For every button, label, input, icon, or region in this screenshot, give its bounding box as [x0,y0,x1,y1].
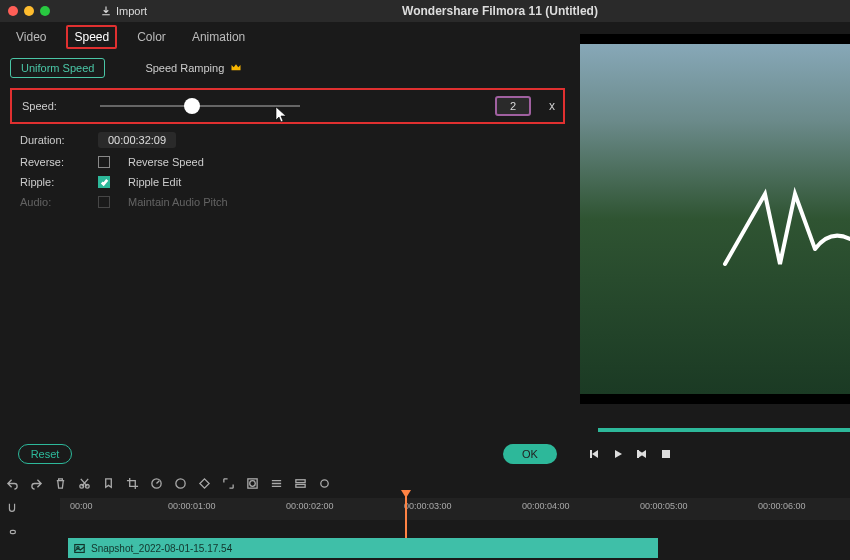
svg-point-6 [250,481,256,487]
subtab-speed-ramping-label: Speed Ramping [145,62,224,74]
track-icon[interactable] [294,476,307,494]
cut-icon[interactable] [78,476,91,494]
delete-icon[interactable] [54,476,67,494]
reset-button[interactable]: Reset [18,444,72,464]
image-icon [74,543,85,554]
reverse-label: Reverse: [20,156,80,168]
reverse-checkbox[interactable] [98,156,110,168]
speed-label: Speed: [22,100,82,112]
speed-input[interactable]: 2 [495,96,531,116]
mask-icon[interactable] [246,476,259,494]
crown-icon [230,62,242,74]
menu-icon[interactable] [270,476,283,494]
import-button[interactable]: Import [100,5,147,17]
audio-option: Maintain Audio Pitch [128,196,228,208]
import-label: Import [116,5,147,17]
play-pause-button[interactable] [612,448,624,463]
prev-frame-button[interactable] [588,448,600,463]
link-icon[interactable] [6,524,18,542]
preview-progress[interactable] [598,428,850,432]
expand-icon[interactable] [222,476,235,494]
ruler-tick: 00:00:01:00 [168,501,216,511]
svg-rect-7 [296,480,305,483]
ripple-option: Ripple Edit [128,176,181,188]
ok-button[interactable]: OK [503,444,557,464]
subtab-speed-ramping[interactable]: Speed Ramping [145,62,242,74]
undo-icon[interactable] [6,476,19,494]
minimize-icon[interactable] [24,6,34,16]
duration-label: Duration: [20,134,80,146]
preview-video[interactable] [580,34,850,404]
clip-name: Snapshot_2022-08-01-15.17.54 [91,543,232,554]
redo-icon[interactable] [30,476,43,494]
color-icon[interactable] [174,476,187,494]
tab-color[interactable]: Color [131,27,172,47]
tab-video[interactable]: Video [10,27,52,47]
svg-point-4 [176,479,185,488]
speed-icon[interactable] [150,476,163,494]
signature-overlay [720,184,850,274]
preview-panel [580,34,850,404]
snap-icon[interactable] [6,500,18,518]
app-title: Wondershare Filmora 11 (Untitled) [252,4,598,18]
timeline-ruler[interactable]: 00:00 00:00:01:00 00:00:02:00 00:00:03:0… [60,498,850,520]
speed-slider[interactable] [100,101,300,111]
ruler-tick: 00:00:04:00 [522,501,570,511]
next-frame-button[interactable] [636,448,648,463]
speed-unit: x [549,99,555,113]
close-icon[interactable] [8,6,18,16]
timeline-clip[interactable]: Snapshot_2022-08-01-15.17.54 [68,538,658,558]
ripple-checkbox[interactable] [98,176,110,188]
maximize-icon[interactable] [40,6,50,16]
subtab-uniform-speed[interactable]: Uniform Speed [10,58,105,78]
ruler-tick: 00:00:06:00 [758,501,806,511]
timeline-toolbar [6,476,331,494]
keyframe-icon[interactable] [198,476,211,494]
mouse-cursor-icon [275,106,289,124]
tab-animation[interactable]: Animation [186,27,251,47]
svg-rect-8 [296,484,305,487]
ruler-tick: 00:00:03:00 [404,501,452,511]
speed-slider-thumb[interactable] [184,98,200,114]
svg-rect-0 [662,450,670,458]
ripple-label: Ripple: [20,176,80,188]
audio-label: Audio: [20,196,80,208]
reverse-option: Reverse Speed [128,156,204,168]
record-icon[interactable] [318,476,331,494]
duration-value[interactable]: 00:00:32:09 [98,132,176,148]
tab-speed[interactable]: Speed [66,25,117,49]
svg-point-9 [321,480,328,487]
marker-icon[interactable] [102,476,115,494]
crop-icon[interactable] [126,476,139,494]
audio-checkbox [98,196,110,208]
ruler-tick: 00:00:05:00 [640,501,688,511]
window-controls[interactable] [8,6,50,16]
ruler-tick: 00:00 [70,501,93,511]
ruler-tick: 00:00:02:00 [286,501,334,511]
speed-row: Speed: 2 x [10,88,565,124]
stop-button[interactable] [660,448,672,463]
